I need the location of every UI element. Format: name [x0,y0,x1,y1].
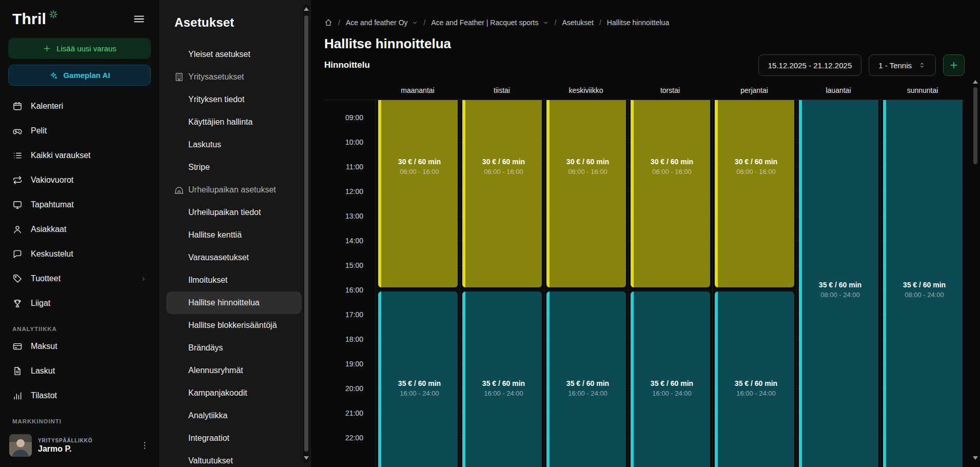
scroll-up-arrow[interactable] [973,80,978,84]
app-logo[interactable]: Thril [12,10,58,28]
day-column-perjantai: 30 € / 60 min06:00 - 16:0035 € / 60 min1… [712,100,796,467]
toolbar-actions: 15.12.2025 - 21.12.2025 1 - Tennis [758,54,965,76]
stadium-icon [174,185,184,195]
breadcrumb-item-ace-and-feather-oy[interactable]: Ace and feather Oy [346,18,418,27]
sidebar-item-asiakkaat[interactable]: Asiakkaat [0,217,159,242]
settings-item-laskutus[interactable]: Laskutus [166,133,302,156]
breadcrumb-separator: / [424,18,426,27]
new-booking-button[interactable]: Lisää uusi varaus [8,38,151,59]
settings-item-urheilupaikan-asetukset[interactable]: Urheilupaikan asetukset [166,179,302,201]
settings-item-hallitse-kentti[interactable]: Hallitse kenttiä [166,224,302,246]
breadcrumb-item-asetukset[interactable]: Asetukset [562,18,593,27]
pricing-block-price: 30 € / 60 min [566,158,609,166]
pricing-block[interactable]: 30 € / 60 min06:00 - 16:00 [631,100,710,287]
pricing-block[interactable]: 35 € / 60 min08:00 - 24:00 [799,100,878,467]
payments-icon [12,341,23,352]
pricing-block[interactable]: 35 € / 60 min16:00 - 24:00 [715,291,794,467]
pricing-block[interactable]: 30 € / 60 min06:00 - 16:00 [378,100,458,287]
sidebar-item-label: Keskustelut [31,249,73,259]
pricing-block[interactable]: 35 € / 60 min16:00 - 24:00 [378,291,458,467]
gameplan-ai-button[interactable]: Gameplan AI [8,65,151,86]
scroll-down-arrow[interactable] [304,456,309,460]
time-label: 16:00 [345,286,363,294]
settings-item-varausasetukset[interactable]: Varausasetukset [166,246,302,269]
pricing-block[interactable]: 35 € / 60 min16:00 - 24:00 [631,291,710,467]
sidebar-item-maksut[interactable]: Maksut [0,334,159,359]
sidebar-item-liigat[interactable]: Liigat [0,291,159,316]
pricing-block[interactable]: 30 € / 60 min06:00 - 16:00 [546,100,626,287]
sidebar-item-tilastot[interactable]: Tilastot [0,383,159,408]
calendar-icon [12,101,23,111]
pricing-block-hours: 06:00 - 16:00 [568,168,607,176]
pricing-block-hours: 06:00 - 16:00 [484,168,523,176]
sidebar-item-laskut[interactable]: Laskut [0,359,159,383]
pricing-block[interactable]: 35 € / 60 min16:00 - 24:00 [462,291,542,467]
sidebar-item-tuotteet[interactable]: Tuotteet [0,266,159,291]
sidebar-section-analytiikka: ANALYTIIKKA [12,326,147,332]
time-label: 12:00 [345,187,363,196]
event-icon [12,200,23,210]
settings-item-urheilupaikan-tiedot[interactable]: Urheilupaikan tiedot [166,201,302,224]
settings-item-br-nd-ys[interactable]: Brändäys [166,337,302,359]
sidebar-item-kalenteri[interactable]: Kalenteri [0,94,159,119]
settings-item-label: Kampanjakoodit [188,388,247,398]
scroll-thumb[interactable] [304,15,308,452]
pricing-block[interactable]: 30 € / 60 min06:00 - 16:00 [715,100,794,287]
breadcrumb-item-ace-and-feather-racquet-sports[interactable]: Ace and Feather | Racquet sports [431,18,548,27]
app-root: Thril Lisää uusi varaus Gameplan AI Kale… [0,0,980,467]
settings-item-analytiikka[interactable]: Analytiikka [166,404,302,427]
pricing-block-price: 30 € / 60 min [398,158,441,166]
scroll-thumb[interactable] [973,87,977,164]
pricing-block[interactable]: 30 € / 60 min06:00 - 16:00 [462,100,542,287]
settings-item-label: Ilmoitukset [188,276,227,285]
chevron-down-icon [542,20,549,26]
settings-item-label: Käyttäjien hallinta [188,118,252,127]
settings-item-ilmoitukset[interactable]: Ilmoitukset [166,269,302,291]
breadcrumb-item-hallitse-hinnoittelua[interactable]: Hallitse hinnoittelua [607,18,669,27]
main-scrollbar[interactable] [972,77,978,463]
settings-item-yritysasetukset[interactable]: Yritysasetukset [166,66,302,88]
sidebar-item-pelit[interactable]: Pelit [0,119,159,143]
pricing-block[interactable]: 35 € / 60 min16:00 - 24:00 [546,291,626,467]
settings-scrollbar[interactable] [303,4,309,463]
settings-item-valtuutukset[interactable]: Valtuutukset [166,450,302,467]
scroll-down-arrow[interactable] [973,456,978,460]
plus-icon [43,44,51,53]
add-pricing-button[interactable] [943,54,965,76]
settings-item-label: Integraatiot [188,434,229,443]
settings-item-yleiset-asetukset[interactable]: Yleiset asetukset [166,43,302,66]
scroll-up-arrow[interactable] [304,7,309,11]
kebab-menu-icon[interactable] [140,440,150,451]
sidebar-item-vakiovuorot[interactable]: Vakiovuorot [0,168,159,192]
settings-item-label: Yleiset asetukset [188,50,250,59]
settings-item-alennusryhm-t[interactable]: Alennusryhmät [166,359,302,382]
sidebar-item-label: Kaikki varaukset [31,151,91,160]
court-select[interactable]: 1 - Tennis [869,54,936,76]
sidebar-item-kaikki-varaukset[interactable]: Kaikki varaukset [0,143,159,168]
time-label: 15:00 [345,261,363,269]
settings-item-hallitse-hinnoittelua[interactable]: Hallitse hinnoittelua [166,291,302,314]
sidebar-item-tapahtumat[interactable]: Tapahtumat [0,192,159,217]
time-label: 11:00 [346,163,363,171]
menu-toggle-icon[interactable] [132,12,146,26]
games-icon [12,126,23,136]
settings-item-label: Stripe [188,163,210,172]
settings-item-hallitse-blokkeris-nt-j[interactable]: Hallitse blokkerisääntöjä [166,314,302,337]
settings-item-kampanjakoodit[interactable]: Kampanjakoodit [166,382,302,404]
new-booking-label: Lisää uusi varaus [56,44,116,53]
pricing-block[interactable]: 35 € / 60 min08:00 - 24:00 [883,100,963,467]
date-range-button[interactable]: 15.12.2025 - 21.12.2025 [758,54,861,76]
main-content: /Ace and feather Oy/Ace and Feather | Ra… [311,0,980,467]
breadcrumb-home[interactable] [324,18,332,27]
day-column-tiistai: 30 € / 60 min06:00 - 16:0035 € / 60 min1… [460,100,544,467]
sidebar-item-label: Pelit [31,126,47,135]
sidebar-item-keskustelut[interactable]: Keskustelut [0,242,159,266]
settings-item-yrityksen-tiedot[interactable]: Yrityksen tiedot [166,88,302,111]
date-range-label: 15.12.2025 - 21.12.2025 [768,61,852,70]
stats-icon [12,391,23,401]
day-header-keskiviikko: keskiviikko [544,82,628,100]
user-card[interactable]: YRITYSPÄÄLLIKKÖ Jarmo P. [0,428,159,467]
settings-item-k-ytt-jien-hallinta[interactable]: Käyttäjien hallinta [166,111,302,133]
settings-item-integraatiot[interactable]: Integraatiot [166,427,302,450]
settings-item-stripe[interactable]: Stripe [166,156,302,179]
